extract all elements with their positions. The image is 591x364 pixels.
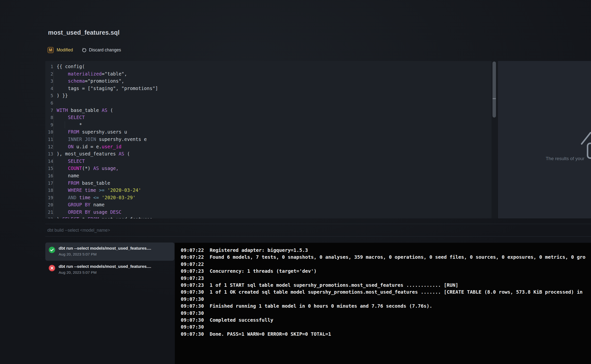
code-editor[interactable]: 1{{ config(2 materialized="table",3 sche… <box>45 61 492 218</box>
code-text: WHERE time >= '2020-03-24' <box>57 187 141 194</box>
code-line: 17 FROM base_table <box>45 180 492 187</box>
code-text: ) SELECT * FROM most_used_features <box>57 216 152 218</box>
code-text: * <box>57 121 82 129</box>
modified-label: Modified <box>57 47 73 53</box>
code-lines: 1{{ config(2 materialized="table",3 sche… <box>45 63 492 218</box>
line-number: 10 <box>47 128 53 136</box>
code-line: 14 SELECT <box>45 158 492 165</box>
code-line: 7WITH base_table AS ( <box>45 107 492 114</box>
code-text: SELECT <box>57 114 85 121</box>
code-line: 13), most_used_features AS ( <box>45 150 492 158</box>
indent-guide <box>65 121 65 129</box>
terminal-line: 09:07:23 Concurrency: 1 threads (target=… <box>175 268 591 275</box>
history-timestamp: Aug 20, 2023 5:07 PM <box>59 270 151 275</box>
line-number: 7 <box>47 107 53 114</box>
code-line: 20 GROUP BY name <box>45 201 492 209</box>
history-timestamp: Aug 20, 2023 5:07 PM <box>59 252 151 257</box>
code-line: 16 name <box>45 172 492 180</box>
code-line: 11 INNER JOIN supershy.events e <box>45 136 492 143</box>
terminal-line: 09:07:30 Done. PASS=1 WARN=0 ERROR=0 SKI… <box>175 331 591 338</box>
code-text: schema="promotions", <box>57 77 124 85</box>
indent-guide <box>53 70 54 92</box>
terminal-line: 09:07:23 1 of 1 START sql table model su… <box>175 282 591 289</box>
history-command: dbt run --select models/most_used_featur… <box>59 264 151 269</box>
indent-guide <box>53 114 54 150</box>
line-number: 6 <box>47 99 53 107</box>
code-text: ), most_used_features AS ( <box>57 150 130 158</box>
code-text: FROM supershy.users u <box>57 128 127 136</box>
line-number: 11 <box>47 136 53 143</box>
line-number: 3 <box>47 77 53 85</box>
history-item-text: dbt run --select models/most_used_featur… <box>59 246 151 257</box>
code-line: 1{{ config( <box>45 63 492 70</box>
code-line: 19 AND time <= '2020-03-29' <box>45 194 492 201</box>
line-number: 13 <box>47 150 53 158</box>
code-line: 18 WHERE time >= '2020-03-24' <box>45 187 492 194</box>
code-line: 12 ON u.id = e.user_id <box>45 143 492 151</box>
discard-label: Discard changes <box>89 47 121 53</box>
line-number: 17 <box>47 180 53 187</box>
command-input[interactable] <box>45 224 591 237</box>
code-line: 22) SELECT * FROM most_used_features <box>45 216 492 218</box>
history-command: dbt run --select models/most_used_featur… <box>59 246 151 251</box>
terminal-line: 09:07:30 Completed successfully <box>175 317 591 324</box>
line-number: 2 <box>47 70 53 78</box>
line-number: 18 <box>47 187 53 194</box>
indent-guide <box>53 158 54 216</box>
line-number: 9 <box>47 121 53 129</box>
terminal-line: 09:07:30 1 of 1 OK created sql table mod… <box>175 289 591 296</box>
code-text: ORDER BY usage DESC <box>57 209 121 216</box>
code-text: ON u.id = e.user_id <box>57 143 121 151</box>
code-line: 8 SELECT <box>45 114 492 121</box>
code-line: 15 COUNT(*) AS usage, <box>45 165 492 172</box>
code-line: 5) }} <box>45 92 492 99</box>
code-text: AND time <= '2020-03-29' <box>57 194 135 201</box>
code-text: name <box>57 172 79 180</box>
code-line: 6 <box>45 99 492 107</box>
page-title: most_used_features.sql <box>48 29 120 36</box>
code-line: 9 * <box>45 121 492 129</box>
code-text: ) }} <box>57 92 68 99</box>
modified-badge: M <box>48 47 54 53</box>
terminal-line: 09:07:30 <box>175 296 591 303</box>
terminal-line: 09:07:22 Found 6 models, 7 tests, 0 snap… <box>175 254 591 261</box>
terminal-panel[interactable]: 09:07:22 Registered adapter: bigquery=1.… <box>175 243 591 364</box>
terminal-line: 09:07:30 <box>175 310 591 317</box>
history-item-text: dbt run --select models/most_used_featur… <box>59 264 151 275</box>
line-number: 5 <box>47 92 53 99</box>
editor-scrollbar-notch <box>492 98 496 99</box>
line-number: 8 <box>47 114 53 121</box>
history-item[interactable]: dbt run --select models/most_used_featur… <box>45 243 174 261</box>
status-error-icon <box>49 265 55 272</box>
line-number: 14 <box>47 158 53 165</box>
discard-changes-button[interactable]: Discard changes <box>80 46 122 54</box>
code-text: FROM base_table <box>57 180 110 187</box>
code-text: materialized="table", <box>57 70 127 78</box>
editor-scrollbar-thumb[interactable] <box>492 61 496 118</box>
code-line: 2 materialized="table", <box>45 70 492 78</box>
history-item[interactable]: dbt run --select models/most_used_featur… <box>45 261 174 279</box>
terminal-line: 09:07:30 <box>175 324 591 331</box>
line-number: 21 <box>47 209 53 216</box>
code-line: 3 schema="promotions", <box>45 77 492 85</box>
terminal-line: 09:07:22 Registered adapter: bigquery=1.… <box>175 247 591 254</box>
run-history-list: dbt run --select models/most_used_featur… <box>45 243 174 279</box>
code-line: 4 tags = ["staging", "promotions"] <box>45 85 492 92</box>
line-number: 1 <box>47 63 53 70</box>
line-number: 4 <box>47 85 53 92</box>
discard-icon <box>82 48 87 53</box>
line-number: 12 <box>47 143 53 151</box>
code-text: WITH base_table AS ( <box>57 107 113 114</box>
terminal-line: 09:07:22 <box>175 261 591 268</box>
code-text: {{ config( <box>57 63 85 70</box>
code-line: 21 ORDER BY usage DESC <box>45 209 492 216</box>
line-number: 22 <box>47 216 53 218</box>
results-panel: The results of your <box>498 61 591 218</box>
code-text: SELECT <box>57 158 85 165</box>
line-number: 16 <box>47 172 53 180</box>
terminal-line: 09:07:23 <box>175 275 591 282</box>
code-line: 10 FROM supershy.users u <box>45 128 492 136</box>
code-text: GROUP BY name <box>57 201 104 209</box>
results-message: The results of your <box>546 156 584 161</box>
line-number: 19 <box>47 194 53 201</box>
